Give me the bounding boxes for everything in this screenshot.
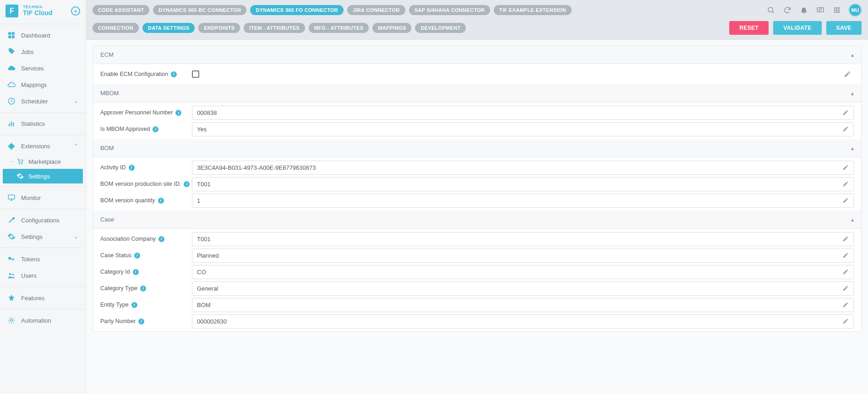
topbar: CODE ASSISTANT DYNAMICS 365 BC CONNECTOR… [86, 0, 868, 40]
info-icon[interactable]: i [129, 165, 135, 171]
refresh-icon[interactable] [783, 5, 792, 15]
svg-point-13 [11, 319, 13, 322]
is-mbom-approved-input[interactable]: Yes [192, 122, 854, 136]
sidebar-item-tokens[interactable]: Tokens [0, 251, 86, 267]
sidebar-item-jobs[interactable]: Jobs [0, 43, 86, 60]
field-label: Enable ECM Configuration i [100, 67, 192, 81]
top-tab-d365fo[interactable]: DYNAMICS 365 FO CONNECTOR [250, 5, 344, 15]
bell-icon[interactable] [799, 5, 808, 15]
info-icon[interactable]: i [184, 181, 190, 187]
category-id-input[interactable]: CO [192, 265, 854, 279]
gear-icon [16, 173, 24, 180]
sub-tab-item-attributes[interactable]: ITEM - ATTRIBUTES [244, 23, 305, 33]
message-icon[interactable] [816, 5, 825, 15]
info-icon[interactable]: i [134, 253, 140, 259]
label-text: Party Number [100, 318, 136, 324]
party-number-input[interactable]: 000002630 [192, 314, 854, 329]
info-icon[interactable]: i [175, 110, 181, 116]
field-label: Entity Type i [100, 298, 192, 312]
section-header-case[interactable]: Case ▴ [93, 210, 861, 229]
sub-tab-development[interactable]: DEVELOPMENT [415, 23, 466, 33]
sidebar-item-configurations[interactable]: Configurations [0, 212, 86, 228]
edit-icon[interactable] [842, 109, 849, 116]
edit-icon[interactable] [842, 269, 849, 275]
validate-button[interactable]: VALIDATE [773, 21, 821, 35]
info-icon[interactable]: i [133, 269, 139, 275]
enable-ecm-checkbox[interactable] [192, 70, 199, 78]
section-header-ecm[interactable]: ECM ▴ [93, 46, 861, 64]
sidebar-sub-marketplace[interactable]: Marketplace [0, 154, 86, 169]
edit-icon[interactable] [842, 236, 849, 242]
sidebar-item-dashboard[interactable]: Dashboard [0, 27, 86, 43]
top-tab-example[interactable]: TIF EXAMPLE EXTENSION [494, 5, 572, 15]
section-header-mbom[interactable]: MBOM ▴ [93, 84, 861, 103]
sidebar-item-automation[interactable]: Automation [0, 312, 86, 329]
section-header-bom[interactable]: BOM ▴ [93, 139, 861, 157]
content-area: ECM ▴ Enable ECM Configuration i [86, 40, 868, 394]
sidebar-item-services[interactable]: Services [0, 60, 86, 76]
top-tab-code-assistant[interactable]: CODE ASSISTANT [93, 5, 149, 15]
top-tab-jira[interactable]: JIRA CONNECTOR [347, 5, 405, 15]
apps-icon[interactable] [832, 5, 841, 15]
sidebar-item-statistics[interactable]: Statistics [0, 115, 86, 132]
star-icon [7, 294, 16, 302]
bom-site-id-input[interactable]: T001 [192, 177, 854, 191]
top-tab-sap[interactable]: SAP S/4HANA CONNECTOR [409, 5, 490, 15]
edit-icon[interactable] [842, 197, 849, 204]
chevron-up-icon: ⌃ [74, 143, 78, 149]
activity-id-input[interactable]: 3E3C4A94-B031-4973-A00E-9E8779630873 [192, 161, 854, 175]
edit-icon[interactable] [842, 285, 849, 291]
edit-icon[interactable] [842, 302, 849, 308]
edit-icon[interactable] [842, 318, 849, 324]
sidebar-sub-settings[interactable]: Settings [3, 169, 83, 184]
svg-rect-1 [12, 32, 15, 35]
edit-icon[interactable] [842, 252, 849, 259]
sub-tab-mfg-attributes[interactable]: MFG - ATTRIBUTES [309, 23, 369, 33]
edit-icon[interactable] [844, 70, 854, 78]
sidebar-item-features[interactable]: Features [0, 290, 86, 306]
entity-type-input[interactable]: BOM [192, 298, 854, 312]
edit-icon[interactable] [842, 181, 849, 187]
info-icon[interactable]: i [153, 126, 158, 132]
bom-quantity-input[interactable]: 1 [192, 194, 854, 208]
info-icon[interactable]: i [158, 198, 164, 204]
field-label: Category Type i [100, 281, 192, 295]
info-icon[interactable]: i [138, 318, 144, 324]
info-icon[interactable]: i [171, 71, 177, 77]
sidebar-item-label: Extensions [21, 143, 50, 150]
top-tab-d365bc[interactable]: DYNAMICS 365 BC CONNECTOR [153, 5, 246, 15]
sidebar-item-mappings[interactable]: Mappings [0, 76, 86, 93]
sidebar-item-scheduler[interactable]: Scheduler ⌄ [0, 93, 86, 109]
info-icon[interactable]: i [131, 302, 137, 308]
sidebar-item-monitor[interactable]: Monitor [0, 189, 86, 206]
svg-rect-17 [836, 7, 838, 9]
sidebar-item-extensions[interactable]: Extensions ⌃ [0, 138, 86, 154]
svg-point-14 [768, 7, 773, 12]
sub-tab-connection[interactable]: CONNECTION [93, 23, 139, 33]
svg-rect-10 [8, 195, 15, 199]
chevron-down-icon: ⌄ [74, 233, 78, 240]
sub-tab-endpoints[interactable]: ENDPOINTS [198, 23, 240, 33]
case-status-input[interactable]: Planned [192, 248, 854, 263]
add-button[interactable]: + [71, 6, 80, 16]
info-icon[interactable]: i [158, 236, 164, 242]
field-label: BOM version quantity i [100, 194, 192, 207]
sub-tab-data-settings[interactable]: DATA SETTINGS [142, 23, 195, 33]
edit-icon[interactable] [842, 164, 849, 171]
search-icon[interactable] [766, 5, 775, 15]
user-avatar[interactable]: MU [849, 4, 862, 16]
info-icon[interactable]: i [140, 286, 146, 291]
edit-icon[interactable] [842, 126, 849, 132]
sidebar-item-label: Marketplace [28, 158, 61, 165]
reset-button[interactable]: RESET [729, 21, 769, 35]
save-button[interactable]: SAVE [826, 21, 862, 35]
category-type-input[interactable]: General [192, 281, 854, 296]
approver-personnel-input[interactable]: 000838 [192, 106, 854, 120]
sub-tab-mappings[interactable]: MAPPINGS [372, 23, 411, 33]
field-value: General [197, 285, 218, 292]
sidebar-item-settings[interactable]: Settings ⌄ [0, 228, 86, 245]
svg-point-8 [19, 164, 19, 164]
sidebar-item-label: Users [21, 272, 37, 279]
association-company-input[interactable]: T001 [192, 232, 854, 246]
sidebar-item-users[interactable]: Users [0, 267, 86, 284]
